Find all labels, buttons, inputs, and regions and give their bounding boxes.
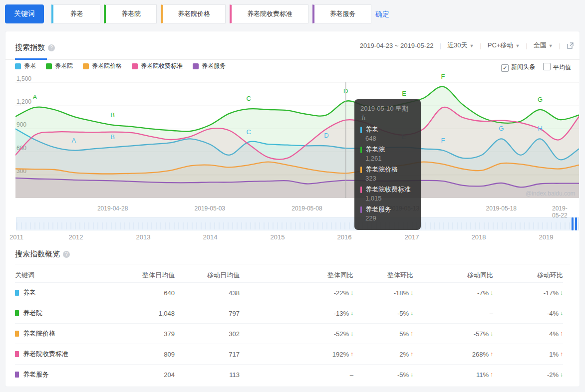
keyword-input[interactable]: 养老服务 xyxy=(312,4,371,23)
timeline-year-2011[interactable]: 2011 xyxy=(9,233,23,241)
percent-cell: -57%↓ xyxy=(413,330,493,338)
tooltip-color-bar xyxy=(360,127,362,133)
tab-search-index[interactable]: 搜索指数 ? xyxy=(15,43,55,52)
keyword-cell[interactable]: 养老院价格 xyxy=(15,329,125,338)
tooltip-name-text: 养老院 xyxy=(365,145,385,154)
percent-cell: -52%↓ xyxy=(240,330,353,338)
legend-item[interactable]: 养老 xyxy=(15,62,36,70)
keyword-name: 养老院 xyxy=(23,309,42,318)
news-marker-A[interactable]: A xyxy=(33,93,37,101)
tooltip-item: 养老院价格323 xyxy=(360,165,415,182)
baidu-index-page: { "colors": { "accent": "#2d7cf0", "butt… xyxy=(0,0,585,392)
chart-tooltip: 2019-05-10 星期五 养老648养老院1,261养老院价格323养老院收… xyxy=(354,99,421,230)
news-marker-B[interactable]: B xyxy=(110,133,115,141)
tooltip-color-bar xyxy=(360,147,362,153)
mobile-avg-cell: 302 xyxy=(175,330,240,338)
legend-color-swatch xyxy=(132,63,138,69)
news-marker-G[interactable]: G xyxy=(538,96,543,103)
mobile-avg-cell: 438 xyxy=(175,289,240,297)
keyword-color-swatch xyxy=(15,351,19,357)
legend-item[interactable]: 养老院价格 xyxy=(83,62,122,70)
slider-handle-right[interactable] xyxy=(575,217,577,230)
confirm-button[interactable]: 确定 xyxy=(375,10,389,19)
timeline-year-2019[interactable]: 2019 xyxy=(539,233,554,241)
average-checkbox[interactable]: 平均值 xyxy=(543,63,571,72)
keyword-label-button: 关键词 xyxy=(5,4,44,23)
range-dropdown[interactable]: 近30天▼ xyxy=(447,41,474,50)
keyword-name: 养老 xyxy=(23,288,36,297)
region-dropdown[interactable]: 全国▼ xyxy=(534,41,553,50)
percent-value: -22% xyxy=(334,289,349,297)
keyword-cell[interactable]: 养老服务 xyxy=(15,370,125,379)
device-dropdown[interactable]: PC+移动▼ xyxy=(488,41,520,50)
tooltip-item: 养老院1,261 xyxy=(360,145,415,162)
overview-table: 关键词整体日均值移动日均值整体同比整体环比移动同比移动环比养老640438-22… xyxy=(15,268,563,385)
tooltip-color-bar xyxy=(360,167,362,173)
percent-value: -5% xyxy=(397,371,409,379)
legend-item[interactable]: 养老院收费标准 xyxy=(132,62,183,70)
mobile-avg-cell: 113 xyxy=(175,371,240,379)
help-icon[interactable]: ? xyxy=(48,44,55,51)
percent-cell: 2%↑ xyxy=(353,351,413,358)
tooltip-series-name: 养老服务 xyxy=(360,205,415,214)
timeline-year-2016[interactable]: 2016 xyxy=(337,233,352,241)
legend-item[interactable]: 养老服务 xyxy=(193,62,226,70)
news-marker-A[interactable]: A xyxy=(71,137,76,144)
timeline-year-2013[interactable]: 2013 xyxy=(136,233,151,241)
percent-value: -2% xyxy=(547,371,559,379)
timeline-year-2015[interactable]: 2015 xyxy=(271,233,285,241)
news-marker-E[interactable]: E xyxy=(402,90,406,97)
keyword-name: 养老服务 xyxy=(23,370,49,379)
tooltip-series-name: 养老院价格 xyxy=(360,165,415,174)
external-link-icon[interactable] xyxy=(567,42,574,49)
overall-avg-cell: 379 xyxy=(125,330,175,338)
percent-cell: – xyxy=(240,371,353,379)
percent-value: -17% xyxy=(544,289,559,297)
keyword-input[interactable]: 养老院收费标准 xyxy=(230,4,308,23)
tooltip-series-name: 养老 xyxy=(360,125,415,134)
table-row: 养老院1,048797-13%↓-5%↓–-4%↓ xyxy=(15,303,563,323)
timeline-year-2012[interactable]: 2012 xyxy=(69,233,83,241)
mobile-avg-cell: 797 xyxy=(175,310,240,317)
percent-cell: 192%↑ xyxy=(240,351,353,358)
news-marker-D[interactable]: D xyxy=(343,87,348,95)
legend-color-swatch xyxy=(193,63,199,69)
checkbox-checked-icon: ✓ xyxy=(501,64,509,72)
news-marker-D[interactable]: D xyxy=(324,132,328,139)
percent-value: -57% xyxy=(474,330,489,338)
keyword-color-swatch xyxy=(15,331,19,337)
news-marker-F[interactable]: F xyxy=(441,137,445,144)
legend-item[interactable]: 养老院 xyxy=(46,62,73,70)
date-range[interactable]: 2019-04-23 ~ 2019-05-22 xyxy=(360,42,434,49)
tooltip-color-bar xyxy=(360,206,362,213)
percent-cell: -7%↓ xyxy=(413,289,493,297)
keyword-cell[interactable]: 养老院 xyxy=(15,309,125,318)
keyword-cell[interactable]: 养老院收费标准 xyxy=(15,350,125,359)
news-marker-C[interactable]: C xyxy=(246,95,251,102)
keyword-input[interactable]: 养老院价格 xyxy=(161,4,226,23)
percent-value: 192% xyxy=(332,351,349,358)
news-marker-B[interactable]: B xyxy=(110,111,115,119)
keyword-input[interactable]: 养老院 xyxy=(104,4,157,23)
watermark: @index.baidu.com xyxy=(526,190,576,197)
percent-cell: -18%↓ xyxy=(353,289,413,297)
keyword-cell[interactable]: 养老 xyxy=(15,288,125,297)
trend-chart[interactable] xyxy=(15,77,579,203)
slider-handle-left[interactable] xyxy=(572,217,574,230)
help-icon[interactable]: ? xyxy=(63,251,70,258)
timeline-year-2014[interactable]: 2014 xyxy=(203,233,218,241)
news-marker-G[interactable]: G xyxy=(499,125,504,132)
arrow-up-icon: ↑ xyxy=(560,351,563,358)
news-marker-H[interactable]: H xyxy=(538,125,542,132)
x-axis-tick: 2019-05-18 xyxy=(486,205,517,212)
timeline-year-2018[interactable]: 2018 xyxy=(472,233,486,241)
percent-cell: 4%↑ xyxy=(493,330,563,338)
news-headline-checkbox[interactable]: ✓新闻头条 xyxy=(501,63,535,72)
percent-cell: -5%↓ xyxy=(353,310,413,317)
keyword-input[interactable]: 养老 xyxy=(51,4,100,23)
legend-label: 养老服务 xyxy=(202,62,226,70)
timeline-year-2017[interactable]: 2017 xyxy=(405,233,419,241)
timeline-slider[interactable] xyxy=(16,217,579,230)
news-marker-C[interactable]: C xyxy=(246,128,251,136)
news-marker-F[interactable]: F xyxy=(441,73,445,80)
